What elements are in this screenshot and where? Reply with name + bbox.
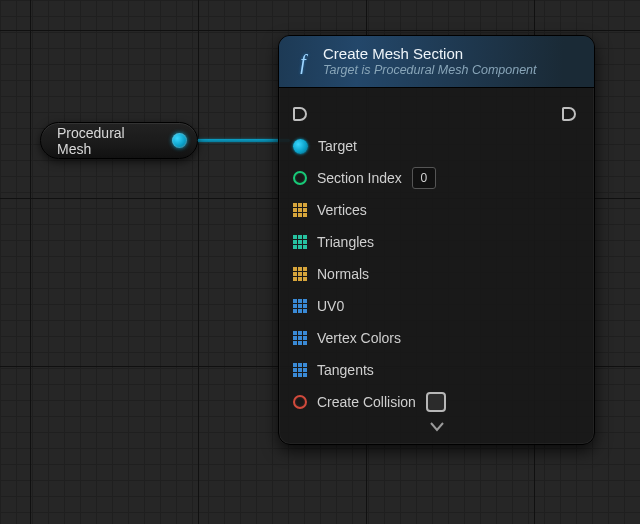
pin-row-vertices: Vertices <box>293 194 580 226</box>
input-pin-uv0[interactable] <box>293 299 307 313</box>
node-title-block: Create Mesh Section Target is Procedural… <box>323 45 537 78</box>
input-pin-triangles[interactable] <box>293 235 307 249</box>
pin-label-section-index: Section Index <box>317 170 402 186</box>
pin-label-triangles: Triangles <box>317 234 374 250</box>
pin-row-vertex-colors: Vertex Colors <box>293 322 580 354</box>
node-title: Create Mesh Section <box>323 45 537 63</box>
output-pin-object[interactable] <box>172 133 187 148</box>
input-pin-create-collision[interactable] <box>293 395 307 409</box>
pin-label-uv0: UV0 <box>317 298 344 314</box>
pin-label-vertices: Vertices <box>317 202 367 218</box>
node-create-mesh-section[interactable]: f Create Mesh Section Target is Procedur… <box>278 35 595 445</box>
input-pin-vertices[interactable] <box>293 203 307 217</box>
pin-label-create-collision: Create Collision <box>317 394 416 410</box>
chevron-down-icon <box>430 422 444 432</box>
pin-label-target: Target <box>318 138 357 154</box>
pin-row-uv0: UV0 <box>293 290 580 322</box>
section-index-input[interactable]: 0 <box>412 167 436 189</box>
input-pin-vertex-colors[interactable] <box>293 331 307 345</box>
pin-row-create-collision: Create Collision <box>293 386 580 418</box>
pin-row-normals: Normals <box>293 258 580 290</box>
pin-label-normals: Normals <box>317 266 369 282</box>
wire-proceduralmesh-to-target <box>185 139 290 142</box>
pin-label-tangents: Tangents <box>317 362 374 378</box>
input-pin-tangents[interactable] <box>293 363 307 377</box>
node-header[interactable]: f Create Mesh Section Target is Procedur… <box>279 36 594 88</box>
create-collision-checkbox[interactable] <box>426 392 446 412</box>
pin-label-vertex-colors: Vertex Colors <box>317 330 401 346</box>
pin-row-section-index: Section Index 0 <box>293 162 580 194</box>
variable-label: Procedural Mesh <box>57 125 162 157</box>
exec-in-pin[interactable] <box>293 107 307 121</box>
expand-node-button[interactable] <box>293 418 580 436</box>
node-subtitle: Target is Procedural Mesh Component <box>323 63 537 78</box>
pin-row-target: Target <box>293 130 580 162</box>
pin-row-triangles: Triangles <box>293 226 580 258</box>
input-pin-section-index[interactable] <box>293 171 307 185</box>
function-icon: f <box>293 52 313 72</box>
input-pin-normals[interactable] <box>293 267 307 281</box>
pin-row-tangents: Tangents <box>293 354 580 386</box>
input-pin-target[interactable] <box>293 139 308 154</box>
exec-row <box>293 98 580 130</box>
node-body: Target Section Index 0 Vertices Triangle… <box>279 88 594 444</box>
exec-out-pin[interactable] <box>562 107 576 121</box>
variable-node-procedural-mesh[interactable]: Procedural Mesh <box>40 122 198 159</box>
